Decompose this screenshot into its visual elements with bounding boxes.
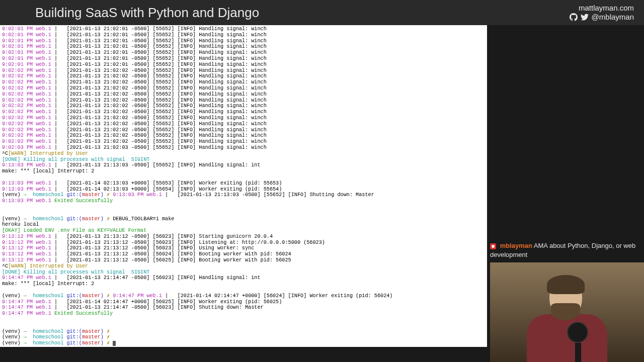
twitter-icon bbox=[581, 13, 589, 21]
github-icon bbox=[570, 13, 578, 21]
twitter-handle: @mblayman bbox=[592, 13, 634, 22]
site-url: mattlayman.com bbox=[570, 4, 634, 13]
broadcaster-badge-icon bbox=[490, 243, 496, 249]
stream-branding: mattlayman.com @mblayman bbox=[570, 4, 634, 22]
stream-title: Building SaaS with Python and Django bbox=[35, 5, 259, 21]
chat-username: mblayman bbox=[500, 242, 532, 249]
stream-header: Building SaaS with Python and Django mat… bbox=[0, 0, 644, 25]
webcam-feed bbox=[490, 262, 644, 362]
terminal-window[interactable]: 9:02:01 PM web.1 | [2021-01-13 21:02:01 … bbox=[0, 25, 487, 347]
stream-sidebar: mblayman AMA about Python, Django, or we… bbox=[487, 25, 644, 362]
chat-message: mblayman AMA about Python, Django, or we… bbox=[490, 241, 641, 259]
